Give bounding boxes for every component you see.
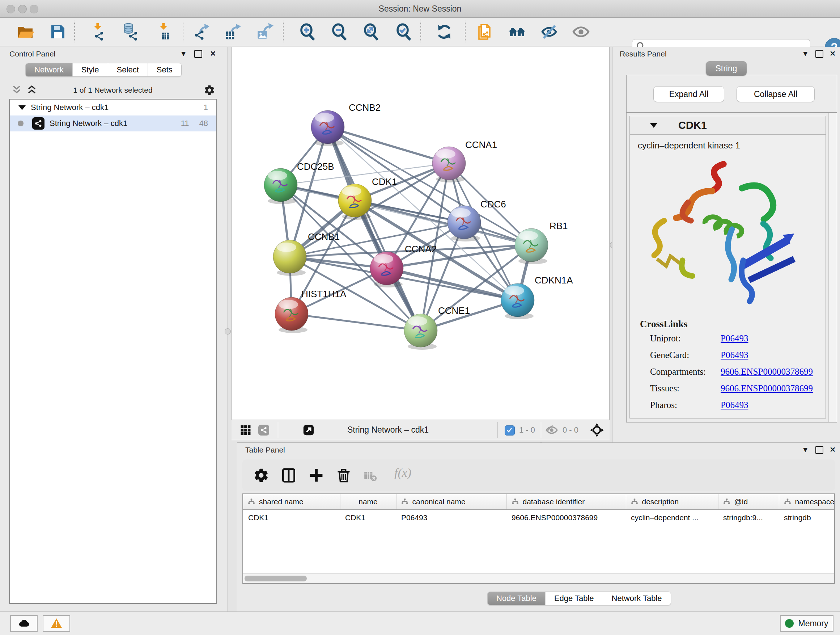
export-image-icon[interactable] bbox=[256, 23, 274, 41]
network-collection-row[interactable]: String Network – cdk1 1 bbox=[10, 100, 216, 116]
table-panel-close-icon[interactable]: ✕ bbox=[829, 445, 836, 454]
results-panel-collapse-icon[interactable]: ▼ bbox=[802, 49, 809, 58]
warnings-button[interactable] bbox=[43, 615, 70, 632]
string-tab[interactable]: String bbox=[706, 61, 746, 76]
network-edge-count: 48 bbox=[199, 119, 208, 128]
hidden-eye-icon[interactable] bbox=[546, 424, 558, 436]
import-table-icon[interactable] bbox=[155, 23, 172, 41]
column-header[interactable]: description bbox=[626, 494, 718, 510]
cell-database-identifier[interactable]: 9606.ENSP00000378699 bbox=[507, 510, 626, 525]
control-panel-tabs: Network Style Select Sets bbox=[25, 63, 182, 77]
network-canvas[interactable]: CCNB2CCNA1CDC25BCDK1CDC6RB1CCNB1CCNA2CDK… bbox=[232, 47, 609, 420]
crosslink-link[interactable]: P06493 bbox=[721, 333, 748, 344]
cell-description[interactable]: cyclin–dependent ... bbox=[626, 510, 718, 525]
import-network-database-icon[interactable] bbox=[122, 23, 139, 41]
export-network-icon[interactable] bbox=[194, 23, 211, 41]
table-panel-collapse-icon[interactable]: ▼ bbox=[802, 445, 809, 454]
protein-expander-icon[interactable] bbox=[650, 123, 657, 128]
open-session-icon[interactable] bbox=[17, 23, 34, 41]
node-table[interactable]: shared name name canonical name database… bbox=[242, 494, 835, 584]
add-column-icon[interactable] bbox=[308, 467, 324, 483]
tab-network[interactable]: Network bbox=[26, 63, 73, 76]
selected-nodes-checkbox[interactable] bbox=[505, 425, 515, 435]
expand-all-button[interactable]: Expand All bbox=[653, 86, 724, 102]
toolbar-separator bbox=[283, 21, 284, 42]
collection-expander-icon[interactable] bbox=[19, 105, 26, 110]
tab-select[interactable]: Select bbox=[108, 63, 148, 76]
import-network-icon[interactable] bbox=[90, 23, 107, 41]
tab-sets[interactable]: Sets bbox=[148, 63, 181, 76]
zoom-in-icon[interactable] bbox=[299, 23, 316, 41]
network-share-icon[interactable] bbox=[257, 424, 270, 436]
table-panel-float-icon[interactable] bbox=[815, 446, 823, 454]
results-vertical-scrollbar[interactable] bbox=[829, 113, 837, 422]
function-builder-icon: f(x) bbox=[394, 466, 411, 480]
tab-network-table[interactable]: Network Table bbox=[603, 592, 671, 605]
table-row[interactable]: CDK1 CDK1 P06493 9606.ENSP00000378699 cy… bbox=[243, 510, 834, 525]
show-columns-icon[interactable] bbox=[281, 467, 297, 483]
control-panel-close-icon[interactable]: ✕ bbox=[210, 49, 216, 58]
results-panel-float-icon[interactable] bbox=[815, 50, 823, 58]
birdseye-icon[interactable] bbox=[590, 423, 604, 437]
crosslink-link[interactable]: 9606.ENSP00000378699 bbox=[721, 367, 813, 377]
column-header[interactable]: name bbox=[340, 494, 396, 510]
results-scroll-area: CDK1 cyclin–dependent kinase 1 bbox=[626, 112, 837, 423]
status-bar: Memory bbox=[0, 611, 840, 635]
table-settings-gear-icon[interactable] bbox=[253, 467, 269, 483]
column-header[interactable]: namespace bbox=[779, 494, 834, 510]
network-options-gear-icon[interactable] bbox=[204, 84, 215, 96]
left-splitter-handle[interactable] bbox=[225, 328, 231, 334]
network-edge[interactable] bbox=[328, 127, 449, 163]
save-session-icon[interactable] bbox=[49, 23, 66, 41]
zoom-selected-icon[interactable] bbox=[395, 23, 412, 41]
control-panel: Control Panel ▼ ✕ Network Style Select S… bbox=[0, 47, 228, 612]
node-label: CDC6 bbox=[480, 199, 506, 210]
crosslinks-title: CrossLinks bbox=[640, 318, 826, 330]
cloud-button[interactable] bbox=[10, 615, 38, 632]
cell-id[interactable]: stringdb:9... bbox=[718, 510, 779, 525]
tab-node-table[interactable]: Node Table bbox=[488, 592, 546, 605]
cell-canonical-name[interactable]: P06493 bbox=[396, 510, 507, 525]
crosslink-link[interactable]: P06493 bbox=[721, 350, 748, 360]
scrollbar-thumb[interactable] bbox=[245, 576, 307, 581]
collapse-all-button[interactable]: Collapse All bbox=[737, 86, 815, 102]
toolbar-separator bbox=[74, 21, 75, 42]
column-header[interactable]: database identifier bbox=[507, 494, 626, 510]
crosslink-row: Pharos: P06493 bbox=[650, 400, 826, 410]
memory-button[interactable]: Memory bbox=[780, 615, 834, 632]
zoom-out-icon[interactable] bbox=[331, 23, 348, 41]
delete-column-icon[interactable] bbox=[336, 467, 352, 483]
hide-glass-icon[interactable] bbox=[540, 23, 558, 41]
control-panel-float-icon[interactable] bbox=[194, 50, 202, 58]
results-panel-close-icon[interactable]: ✕ bbox=[829, 49, 836, 58]
table-horizontal-scrollbar[interactable] bbox=[243, 573, 834, 583]
export-table-icon[interactable] bbox=[225, 23, 242, 41]
network-row[interactable]: String Network – cdk1 11 48 bbox=[10, 116, 216, 131]
column-header[interactable]: @id bbox=[718, 494, 779, 510]
show-graphics-icon[interactable] bbox=[572, 23, 590, 41]
string-home-icon[interactable] bbox=[508, 23, 526, 41]
network-edge[interactable] bbox=[292, 314, 421, 331]
tab-edge-table[interactable]: Edge Table bbox=[546, 592, 603, 605]
open-in-window-icon[interactable] bbox=[302, 424, 315, 436]
network-graph[interactable]: CCNB2CCNA1CDC25BCDK1CDC6RB1CCNB1CCNA2CDK… bbox=[232, 47, 609, 420]
network-label: String Network – cdk1 bbox=[50, 119, 127, 128]
cell-namespace[interactable]: stringdb bbox=[779, 510, 834, 525]
protein-section-header[interactable]: CDK1 bbox=[630, 116, 826, 135]
toolbar-separator bbox=[183, 21, 183, 42]
zoom-fit-icon[interactable] bbox=[363, 23, 380, 41]
column-header[interactable]: shared name bbox=[243, 494, 340, 510]
control-panel-collapse-icon[interactable]: ▼ bbox=[180, 49, 187, 58]
cell-name[interactable]: CDK1 bbox=[340, 510, 396, 525]
cloud-icon bbox=[18, 618, 30, 629]
network-edge[interactable] bbox=[328, 127, 421, 331]
grid-view-icon[interactable] bbox=[240, 424, 252, 436]
data-panel-icon[interactable] bbox=[476, 23, 493, 41]
network-selection-status: 1 of 1 Network selected bbox=[9, 82, 217, 98]
cell-shared-name[interactable]: CDK1 bbox=[243, 510, 340, 525]
column-header[interactable]: canonical name bbox=[396, 494, 507, 510]
refresh-icon[interactable] bbox=[436, 23, 453, 41]
crosslink-link[interactable]: 9606.ENSP00000378699 bbox=[721, 383, 813, 394]
crosslink-link[interactable]: P06493 bbox=[721, 400, 748, 410]
tab-style[interactable]: Style bbox=[73, 63, 108, 76]
